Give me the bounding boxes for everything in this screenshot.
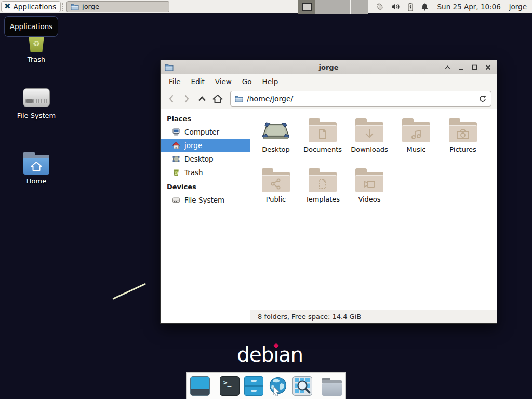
panel-handle[interactable]	[62, 3, 65, 11]
notifications-bell-icon[interactable]	[420, 2, 429, 11]
file-item-documents[interactable]: Documents	[299, 116, 346, 166]
applications-tooltip: Applications	[4, 16, 58, 37]
applications-menu-button[interactable]: ✖ Applications	[1, 1, 61, 12]
icon-grid: Desktop Documents	[250, 109, 497, 310]
statusbar: 8 folders, Free space: 14.4 GiB	[250, 310, 497, 323]
desktop-icon	[172, 155, 180, 163]
sidebar-header-places: Places	[161, 111, 250, 125]
file-item-downloads[interactable]: Downloads	[346, 116, 393, 166]
file-item-public[interactable]: Public	[252, 166, 299, 216]
terminal-icon[interactable]: >_	[220, 376, 240, 396]
music-folder-icon	[402, 118, 430, 142]
menubar: File Edit View Go Help	[161, 74, 497, 88]
tooltip-text: Applications	[10, 22, 52, 31]
trash-icon	[172, 168, 180, 177]
menu-view[interactable]: View	[210, 75, 237, 88]
forward-button[interactable]	[179, 91, 194, 106]
file-view: Desktop Documents	[250, 109, 497, 323]
debian-logo-text: an	[278, 343, 303, 366]
pictures-folder-icon	[449, 118, 477, 142]
toolbar	[161, 88, 497, 109]
web-browser-icon[interactable]	[268, 376, 288, 396]
volume-icon[interactable]	[391, 3, 401, 11]
desktop-special-icon	[261, 116, 290, 142]
status-text: 8 folders, Free space: 14.4 GiB	[258, 313, 361, 321]
sidebar-header-devices: Devices	[161, 179, 250, 193]
drive-icon	[172, 196, 180, 204]
xfce-logo-icon: ✖	[4, 3, 11, 10]
dock-separator	[215, 376, 215, 396]
videos-folder-icon	[355, 168, 383, 192]
sidebar-item-label: Computer	[184, 128, 219, 136]
home-folder-icon	[23, 152, 49, 175]
app-finder-icon[interactable]	[292, 376, 312, 396]
shade-button[interactable]	[443, 63, 452, 72]
downloads-folder-icon	[355, 118, 383, 142]
file-item-label: Pictures	[449, 145, 476, 153]
folder-icon	[71, 3, 79, 10]
file-item-label: Videos	[358, 195, 380, 203]
path-folder-icon	[235, 95, 243, 102]
file-cabinet-icon[interactable]	[244, 376, 264, 396]
workspace-2[interactable]	[315, 0, 333, 14]
path-input[interactable]	[247, 95, 475, 103]
file-item-pictures[interactable]: Pictures	[440, 116, 486, 166]
file-item-templates[interactable]: Templates	[299, 166, 346, 216]
sidebar-item-jorge[interactable]: jorge	[161, 139, 250, 152]
sidebar-item-computer[interactable]: Computer	[161, 125, 250, 139]
workspace-3[interactable]	[333, 0, 351, 14]
desktop-icon-file-system[interactable]: File System	[11, 87, 61, 119]
menu-go[interactable]: Go	[237, 75, 257, 88]
close-button[interactable]	[483, 63, 493, 72]
workspace-window-preview	[302, 3, 312, 11]
sidebar-item-label: Desktop	[184, 155, 214, 163]
workspace-1[interactable]	[298, 0, 315, 14]
desktop-preview-icon[interactable]	[190, 376, 210, 396]
desktop-icon-label: Trash	[28, 56, 45, 63]
sidebar-item-label: File System	[184, 196, 224, 204]
sidebar-item-desktop[interactable]: Desktop	[161, 152, 250, 166]
reload-icon[interactable]	[478, 95, 487, 103]
workspace-pager[interactable]	[298, 0, 368, 14]
panel-username[interactable]: jorge	[509, 3, 527, 11]
workspace-4[interactable]	[351, 0, 368, 14]
menu-edit[interactable]: Edit	[186, 75, 210, 88]
battery-icon[interactable]	[407, 2, 414, 11]
folder-icon[interactable]	[322, 376, 342, 396]
file-item-label: Music	[407, 145, 426, 153]
home-icon	[172, 141, 180, 150]
top-panel: ✖ Applications jorge	[0, 0, 532, 14]
mouse-icon[interactable]	[375, 2, 385, 11]
location-bar[interactable]	[230, 91, 491, 107]
file-item-videos[interactable]: Videos	[346, 166, 393, 216]
minimize-button[interactable]	[456, 63, 466, 72]
back-button[interactable]	[164, 91, 178, 106]
file-item-label: Downloads	[351, 145, 388, 153]
menu-help[interactable]: Help	[257, 75, 284, 88]
computer-icon	[172, 128, 180, 136]
clock[interactable]: Sun 25 Apr, 10:06	[437, 3, 501, 11]
taskbar-window-label: jorge	[82, 3, 99, 10]
up-button[interactable]	[195, 91, 209, 106]
file-item-desktop[interactable]: Desktop	[252, 116, 299, 166]
sidebar: Places Computer jorge	[161, 109, 250, 323]
desktop-icon-home[interactable]: Home	[11, 152, 61, 185]
sidebar-item-file-system[interactable]: File System	[161, 193, 250, 207]
hard-drive-icon	[23, 87, 50, 109]
window-titlebar[interactable]: jorge	[161, 60, 497, 74]
file-item-label: Templates	[305, 195, 340, 203]
file-item-label: Documents	[303, 145, 342, 153]
menu-file[interactable]: File	[164, 75, 186, 88]
home-button[interactable]	[210, 91, 225, 106]
dock-separator	[317, 376, 317, 396]
file-item-music[interactable]: Music	[393, 116, 440, 166]
sidebar-item-label: Trash	[184, 168, 203, 177]
maximize-button[interactable]	[470, 63, 479, 72]
taskbar-window-button[interactable]: jorge	[66, 1, 169, 12]
file-manager-window: jorge File Edit View Go Help	[160, 60, 497, 324]
applications-menu-label: Applications	[14, 3, 56, 11]
stray-line-artifact	[112, 283, 146, 300]
file-item-label: Public	[266, 195, 286, 203]
sidebar-item-trash[interactable]: Trash	[161, 166, 250, 179]
file-item-label: Desktop	[262, 145, 290, 153]
